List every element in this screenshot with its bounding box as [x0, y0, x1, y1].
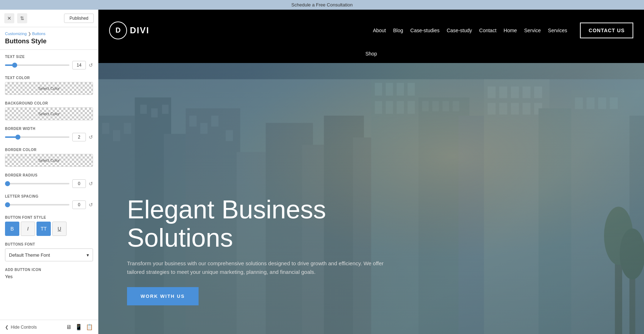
letter-spacing-control: LETTER SPACING ↺	[5, 194, 93, 209]
nav-link-case-study[interactable]: Case-study	[447, 28, 472, 33]
border-width-label: BORDER WIDTH	[5, 127, 93, 131]
contact-us-button[interactable]: CONTACT US	[580, 23, 633, 38]
hero-title-line2: Solutions	[127, 223, 233, 252]
border-width-control: BORDER WIDTH ↺	[5, 127, 93, 141]
nav-link-case-studies[interactable]: Case-studies	[410, 28, 440, 33]
preview-area: D DIVI About Blog Case-studies Case-stud…	[98, 10, 644, 334]
add-button-icon-control: ADD BUTTON ICON Yes	[5, 268, 93, 279]
logo-letter: D	[116, 26, 121, 34]
chevron-left-icon: ❮	[5, 325, 9, 330]
hero-content: Elegant Business Solutions Transform you…	[127, 195, 395, 305]
published-button[interactable]: Published	[64, 14, 94, 23]
hero-description: Transform your business with our compreh…	[127, 259, 395, 276]
letter-spacing-label: LETTER SPACING	[5, 194, 93, 198]
text-size-slider[interactable]	[5, 64, 69, 66]
desktop-view-button[interactable]: 🖥	[66, 324, 72, 330]
chevron-down-icon: ▾	[87, 252, 89, 258]
font-style-underline-button[interactable]: U	[52, 222, 67, 236]
customizer-panel: ✕ ⇅ Published Customizing ❯ Buttons Butt…	[0, 10, 98, 334]
nav-link-blog[interactable]: Blog	[393, 28, 403, 33]
bg-color-placeholder: Select Color	[38, 112, 60, 116]
bottom-icons-group: 🖥 📱 📋	[66, 324, 93, 330]
bg-color-control: BACKGROUND COLOR Select Color	[5, 101, 93, 120]
font-style-italic-button[interactable]: I	[21, 222, 35, 236]
logo-icon: D	[109, 21, 127, 39]
text-color-label: TEXT COLOR	[5, 76, 93, 80]
hero-cta-button[interactable]: WORK WITH US	[127, 287, 199, 305]
border-color-label: BORDER COLOR	[5, 148, 93, 152]
border-radius-reset[interactable]: ↺	[89, 181, 93, 187]
nav-link-contact[interactable]: Contact	[479, 28, 496, 33]
buttons-font-control: BUTTONS FONT Default Theme Font ▾	[5, 242, 93, 261]
nav-links: About Blog Case-studies Case-study Conta…	[373, 23, 633, 38]
panel-swap-button[interactable]: ⇅	[17, 13, 27, 23]
buttons-font-dropdown[interactable]: Default Theme Font ▾	[5, 248, 93, 261]
letter-spacing-slider[interactable]	[5, 204, 69, 205]
logo-name: DIVI	[130, 25, 150, 35]
font-style-buttons-group: B I TT U	[5, 222, 93, 236]
border-color-control: BORDER COLOR Select Color	[5, 148, 93, 167]
bg-color-picker[interactable]: Select Color	[5, 107, 93, 120]
top-announcement-bar: Schedule a Free Consultation	[0, 0, 644, 10]
text-size-label: TEXT SIZE	[5, 55, 93, 59]
border-color-picker[interactable]: Select Color	[5, 154, 93, 167]
mobile-view-button[interactable]: 📋	[86, 324, 93, 330]
text-color-picker[interactable]: Select Color	[5, 82, 93, 95]
hide-controls-button[interactable]: ❮ Hide Controls	[5, 325, 37, 330]
add-button-icon-value: Yes	[5, 274, 93, 279]
font-style-bold-button[interactable]: B	[5, 222, 19, 236]
nav-link-services[interactable]: Services	[548, 28, 567, 33]
border-radius-control: BORDER RADIUS ↺	[5, 173, 93, 188]
panel-controls: TEXT SIZE ↺ TEXT COLOR Select Color	[0, 50, 98, 284]
logo-area: D DIVI	[109, 21, 150, 39]
add-button-icon-label: ADD BUTTON ICON	[5, 268, 93, 272]
nav-link-home[interactable]: Home	[504, 28, 517, 33]
hero-title: Elegant Business Solutions	[127, 195, 395, 252]
breadcrumb-link-buttons[interactable]: Buttons	[32, 32, 45, 36]
border-width-slider[interactable]	[5, 136, 69, 138]
text-size-reset[interactable]: ↺	[89, 62, 93, 68]
text-size-control: TEXT SIZE ↺	[5, 55, 93, 69]
font-style-tt-button[interactable]: TT	[36, 222, 51, 236]
nav-second-row: Shop	[98, 51, 644, 63]
button-font-style-label: BUTTON FONT STYLE	[5, 216, 93, 219]
border-width-input[interactable]	[72, 133, 86, 141]
buttons-font-value: Default Theme Font	[9, 252, 50, 258]
hero-section: Elegant Business Solutions Transform you…	[98, 63, 644, 334]
border-radius-input[interactable]	[72, 179, 86, 188]
border-radius-slider[interactable]	[5, 183, 69, 184]
nav-link-about[interactable]: About	[373, 28, 386, 33]
panel-title: Buttons Style	[0, 36, 98, 50]
border-radius-label: BORDER RADIUS	[5, 173, 93, 177]
text-color-control: TEXT COLOR Select Color	[5, 76, 93, 95]
nav-link-shop[interactable]: Shop	[365, 51, 377, 57]
text-size-input[interactable]	[72, 61, 86, 69]
panel-close-button[interactable]: ✕	[4, 13, 14, 23]
tablet-view-button[interactable]: 📱	[75, 324, 82, 330]
border-width-reset[interactable]: ↺	[89, 134, 93, 140]
button-font-style-control: BUTTON FONT STYLE B I TT U	[5, 216, 93, 236]
letter-spacing-reset[interactable]: ↺	[89, 202, 93, 208]
hero-title-line1: Elegant Business	[127, 195, 326, 224]
hide-controls-label: Hide Controls	[11, 325, 37, 330]
nav-link-service[interactable]: Service	[524, 28, 541, 33]
panel-header-bar: ✕ ⇅ Published	[0, 10, 98, 27]
letter-spacing-input[interactable]	[72, 200, 86, 209]
border-color-placeholder: Select Color	[38, 158, 60, 163]
top-bar-text: Schedule a Free Consultation	[291, 2, 352, 8]
nav-bar: D DIVI About Blog Case-studies Case-stud…	[98, 10, 644, 51]
panel-bottom-bar: ❮ Hide Controls 🖥 📱 📋	[0, 320, 98, 334]
bg-color-label: BACKGROUND COLOR	[5, 101, 93, 105]
buttons-font-label: BUTTONS FONT	[5, 242, 93, 246]
breadcrumb-link-customizing[interactable]: Customizing	[5, 32, 27, 36]
breadcrumb: Customizing ❯ Buttons	[0, 27, 98, 36]
text-color-placeholder: Select Color	[38, 86, 60, 91]
